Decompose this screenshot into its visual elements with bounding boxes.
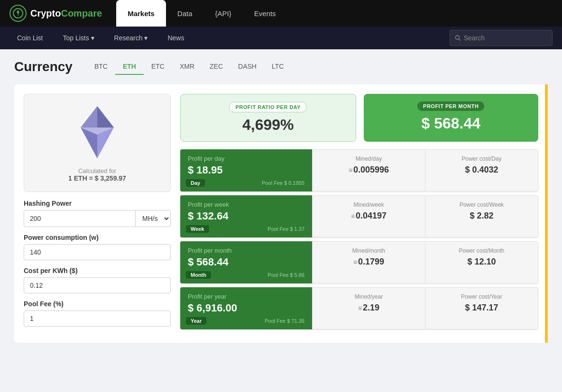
mined-cell-3: Mined/year ≡2.19 [312, 287, 425, 329]
cost-per-kwh-group: Cost per KWh ($) [24, 267, 171, 293]
profit-month-card: PROFIT PER MONTH $ 568.44 [364, 94, 539, 142]
subnav-top-lists[interactable]: Top Lists ▾ [55, 27, 101, 49]
top-navigation: CryptoCompare Markets Data {API} Events [0, 0, 562, 27]
profit-label-0: Profit per day [188, 155, 304, 162]
nav-api[interactable]: {API} [204, 0, 243, 27]
power-consumption-group: Power consumption (w) [24, 234, 171, 260]
data-row: Profit per month $ 568.44 Month Pool Fee… [180, 241, 538, 283]
mined-cell-0: Mined/day ≡0.005996 [312, 149, 425, 191]
power-cell-1: Power cost/Week $ 2.82 [425, 195, 538, 237]
power-value-0: $ 0.4032 [433, 165, 530, 175]
pool-fee-group: Pool Fee (%) [24, 300, 171, 327]
yellow-accent [545, 84, 548, 343]
tab-etc[interactable]: ETC [144, 59, 172, 75]
profit-month-label: PROFIT PER MONTH [417, 101, 484, 111]
row-badge-0: Day [186, 179, 205, 187]
hashing-power-label: Hashing Power [24, 200, 171, 207]
pool-fee-1: Pool Fee $ 1.37 [267, 226, 304, 232]
calc-for-label: Calculated for [34, 167, 161, 174]
data-row-left-3: Profit per year $ 6,916.00 Year Pool Fee… [180, 287, 312, 329]
logo[interactable]: CryptoCompare [9, 5, 102, 22]
mined-value-3: ≡2.19 [320, 303, 417, 313]
pool-fee-0: Pool Fee $ 0.1955 [262, 180, 304, 186]
pool-fee-input[interactable] [24, 310, 171, 327]
data-row: Profit per day $ 18.95 Day Pool Fee $ 0.… [180, 149, 538, 191]
tab-eth[interactable]: ETH [115, 59, 144, 75]
data-row-left-1: Profit per week $ 132.64 Week Pool Fee $… [180, 195, 312, 237]
tab-btc[interactable]: BTC [87, 59, 115, 75]
power-value-2: $ 12.10 [433, 257, 530, 267]
profit-month-value: $ 568.44 [373, 115, 529, 132]
mined-value-1: ≡0.04197 [320, 211, 417, 221]
profit-label-2: Profit per month [188, 247, 304, 254]
subnav-coin-list[interactable]: Coin List [9, 27, 50, 49]
mined-value-0: ≡0.005996 [320, 165, 417, 175]
mined-cell-1: Mined/week ≡0.04197 [312, 195, 425, 237]
mined-label-1: Mined/week [320, 201, 417, 208]
pool-fee-2: Pool Fee $ 5.86 [267, 272, 304, 278]
subnav-research[interactable]: Research ▾ [107, 27, 156, 49]
calc-for-value: 1 ETH = $ 3,259.97 [34, 174, 161, 182]
power-value-3: $ 147.17 [433, 303, 530, 313]
page-title: Currency [14, 59, 73, 74]
profit-label-3: Profit per year [188, 293, 304, 300]
mined-cell-2: Mined/month ≡0.1799 [312, 241, 425, 283]
data-row-left-0: Profit per day $ 18.95 Day Pool Fee $ 0.… [180, 149, 312, 191]
hashing-power-group: Hashing Power MH/s GH/s TH/s [24, 200, 171, 227]
logo-icon [9, 5, 27, 22]
profit-label-1: Profit per week [188, 201, 304, 208]
row-badge-2: Month [186, 271, 211, 279]
power-consumption-input[interactable] [24, 244, 171, 260]
mined-label-3: Mined/year [320, 293, 417, 300]
search-box[interactable] [450, 30, 553, 46]
nav-markets[interactable]: Markets [116, 0, 166, 27]
mined-label-0: Mined/day [320, 155, 417, 162]
power-label-1: Power cost/Week [433, 201, 530, 208]
profit-ratio-label: PROFIT RATIO PER DAY [229, 102, 307, 112]
coin-image-box: Calculated for 1 ETH = $ 3,259.97 [24, 94, 171, 192]
logo-text: CryptoCompare [30, 8, 102, 19]
profit-value-2: $ 568.44 [188, 256, 304, 268]
search-input[interactable] [464, 34, 547, 42]
mined-value-2: ≡0.1799 [320, 257, 417, 267]
data-rows-container: Profit per day $ 18.95 Day Pool Fee $ 0.… [180, 149, 538, 329]
pool-fee-label: Pool Fee (%) [24, 300, 171, 308]
profit-ratio-card: PROFIT RATIO PER DAY 4,699% [180, 94, 356, 142]
data-row-left-2: Profit per month $ 568.44 Month Pool Fee… [180, 241, 312, 283]
power-cell-3: Power cost/Year $ 147.17 [425, 287, 538, 329]
hashing-unit-select[interactable]: MH/s GH/s TH/s [135, 210, 171, 227]
tab-dash[interactable]: DASH [230, 59, 264, 75]
right-panel: PROFIT RATIO PER DAY 4,699% PROFIT PER M… [180, 94, 538, 333]
tab-zec[interactable]: ZEC [202, 59, 230, 75]
pool-fee-3: Pool Fee $ 71.35 [265, 318, 304, 324]
data-row: Profit per week $ 132.64 Week Pool Fee $… [180, 195, 538, 237]
cost-per-kwh-label: Cost per KWh ($) [24, 267, 171, 274]
cost-per-kwh-input[interactable] [24, 277, 171, 293]
nav-data[interactable]: Data [166, 0, 204, 27]
svg-point-1 [455, 36, 459, 39]
main-content: Currency BTC ETH ETC XMR ZEC DASH LTC [0, 49, 562, 352]
main-card: Calculated for 1 ETH = $ 3,259.97 Hashin… [14, 84, 548, 343]
power-cell-2: Power cost/Month $ 12.10 [425, 241, 538, 283]
profit-value-1: $ 132.64 [188, 210, 304, 222]
search-icon [455, 35, 461, 41]
subnav-news[interactable]: News [160, 27, 192, 49]
power-label-3: Power cost/Year [433, 293, 530, 300]
hashing-power-input[interactable] [24, 210, 135, 227]
left-panel: Calculated for 1 ETH = $ 3,259.97 Hashin… [24, 94, 171, 333]
power-label-2: Power cost/Month [433, 247, 530, 254]
data-row: Profit per year $ 6,916.00 Year Pool Fee… [180, 287, 538, 329]
currency-tabs: BTC ETH ETC XMR ZEC DASH LTC [87, 59, 291, 75]
currency-section: Currency BTC ETH ETC XMR ZEC DASH LTC [14, 59, 548, 75]
tab-ltc[interactable]: LTC [264, 59, 291, 75]
sub-navigation: Coin List Top Lists ▾ Research ▾ News [0, 27, 562, 49]
row-badge-1: Week [186, 225, 209, 233]
power-value-1: $ 2.82 [433, 211, 530, 221]
profit-value-0: $ 18.95 [188, 164, 304, 176]
tab-xmr[interactable]: XMR [172, 59, 202, 75]
row-badge-3: Year [186, 317, 206, 325]
profit-ratio-value: 4,699% [190, 116, 346, 134]
profit-value-3: $ 6,916.00 [188, 302, 304, 314]
nav-events[interactable]: Events [243, 0, 287, 27]
power-label-0: Power cost/Day [433, 155, 530, 162]
